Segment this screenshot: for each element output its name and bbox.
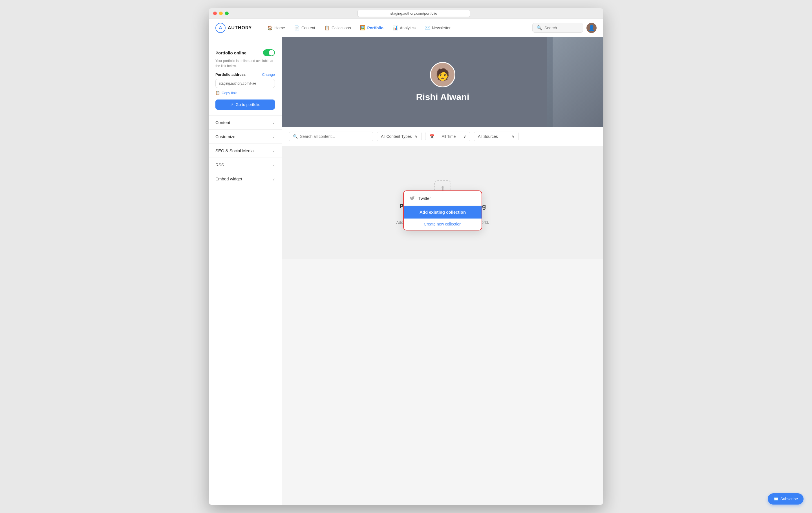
portfolio-icon: 🖼️ (360, 25, 366, 30)
analytics-icon: 📊 (393, 25, 398, 30)
copy-link-button[interactable]: 📋 Copy link (215, 91, 275, 95)
sidebar-item-content[interactable]: Content ∨ (209, 116, 282, 130)
logo[interactable]: A AUTHORY (215, 23, 252, 33)
twitter-collection-item[interactable]: Twitter (404, 191, 482, 206)
search-icon: 🔍 (293, 134, 298, 139)
collections-icon: 📋 (324, 25, 330, 30)
main-layout: Portfolio online Your portfolio is onlin… (209, 37, 603, 505)
all-sources-filter[interactable]: All Sources ∨ (474, 132, 519, 141)
copy-icon: 📋 (215, 91, 220, 95)
chevron-down-icon: ∨ (415, 134, 417, 139)
nav-items: 🏠 Home 📄 Content 📋 Collections 🖼️ Portfo… (263, 23, 532, 33)
nav-item-content[interactable]: 📄 Content (290, 23, 319, 33)
user-name: Rishi Alwani (416, 92, 469, 102)
nav-item-home[interactable]: 🏠 Home (263, 23, 289, 33)
portfolio-toggle[interactable] (263, 49, 275, 56)
search-bar[interactable]: 🔍 (532, 23, 583, 33)
portfolio-header: Portfolio online (215, 49, 275, 56)
mail-icon: ✉️ (773, 496, 778, 501)
logo-icon: A (215, 23, 226, 33)
chevron-down-icon: ∨ (272, 177, 275, 181)
portfolio-online-label: Portfolio online (215, 51, 246, 55)
sidebar: Portfolio online Your portfolio is onlin… (209, 37, 282, 505)
hero-decoration (553, 37, 603, 127)
newsletter-icon: ✉️ (425, 25, 430, 30)
nav-item-analytics[interactable]: 📊 Analytics (388, 23, 419, 33)
minimize-button[interactable] (219, 11, 223, 15)
twitter-icon (409, 195, 415, 201)
collections-popup: Twitter Add existing collection Create n… (403, 190, 482, 230)
nav-item-newsletter[interactable]: ✉️ Newsletter (420, 23, 455, 33)
nav-item-portfolio[interactable]: 🖼️ Portfolio (356, 23, 387, 33)
content-types-filter[interactable]: All Content Types ∨ (377, 132, 422, 141)
all-time-filter[interactable]: 📅 All Time ∨ (425, 132, 470, 141)
home-icon: 🏠 (267, 25, 273, 30)
app-window: staging.authory.com/portfolio A AUTHORY … (209, 8, 603, 505)
popup-overlay: Twitter Add existing collection Create n… (403, 190, 482, 230)
filter-bar: 🔍 All Content Types ∨ 📅 All Time ∨ All S… (282, 127, 603, 146)
nav-right: 🔍 👤 (532, 23, 597, 33)
nav-item-collections[interactable]: 📋 Collections (320, 23, 355, 33)
chevron-down-icon: ∨ (512, 134, 515, 139)
sidebar-item-customize[interactable]: Customize ∨ (209, 130, 282, 144)
portfolio-description: Your portfolio is online and available a… (215, 58, 275, 68)
url-bar-container: staging.authory.com/portfolio (229, 10, 599, 17)
external-link-icon: ↗ (230, 102, 233, 107)
portfolio-hero: 🧑 Rishi Alwani (282, 37, 603, 127)
logo-text: AUTHORY (228, 25, 252, 30)
calendar-icon: 📅 (429, 134, 434, 139)
titlebar: staging.authory.com/portfolio (209, 8, 603, 19)
sidebar-item-seo[interactable]: SEO & Social Media ∨ (209, 144, 282, 158)
user-avatar: 🧑 (430, 62, 455, 87)
add-existing-collection-button[interactable]: Add existing collection (404, 206, 482, 218)
search-icon: 🔍 (536, 25, 542, 30)
sidebar-item-rss[interactable]: RSS ∨ (209, 158, 282, 172)
content-search-input[interactable] (300, 134, 349, 139)
content-area: ⬆ Populate your portfolio using collecti… (282, 146, 603, 259)
chevron-down-icon: ∨ (272, 120, 275, 125)
search-input[interactable] (545, 26, 579, 30)
go-portfolio-button[interactable]: ↗ Go to portfolio (215, 99, 275, 110)
url-bar[interactable]: staging.authory.com/portfolio (357, 10, 470, 17)
navbar: A AUTHORY 🏠 Home 📄 Content 📋 Collections… (209, 19, 603, 37)
sidebar-item-embed-widget[interactable]: Embed widget ∨ (209, 172, 282, 186)
change-link[interactable]: Change (262, 72, 275, 77)
close-button[interactable] (213, 11, 217, 15)
maximize-button[interactable] (225, 11, 229, 15)
create-new-collection-link[interactable]: Create new collection (404, 218, 482, 230)
main-content: 🧑 Rishi Alwani 🔍 All Content Types ∨ 📅 A… (282, 37, 603, 505)
chevron-down-icon: ∨ (272, 163, 275, 167)
address-display: staging.authory.com/Fae (215, 79, 275, 88)
avatar[interactable]: 👤 (586, 23, 597, 33)
chevron-down-icon: ∨ (272, 149, 275, 153)
subscribe-button[interactable]: ✉️ Subscribe (768, 493, 804, 505)
chevron-down-icon: ∨ (272, 134, 275, 139)
content-search[interactable]: 🔍 (289, 132, 373, 141)
portfolio-online-section: Portfolio online Your portfolio is onlin… (209, 44, 282, 116)
portfolio-address-label: Portfolio address Change (215, 72, 275, 77)
chevron-down-icon: ∨ (463, 134, 466, 139)
window-controls (213, 11, 229, 15)
content-icon: 📄 (294, 25, 300, 30)
